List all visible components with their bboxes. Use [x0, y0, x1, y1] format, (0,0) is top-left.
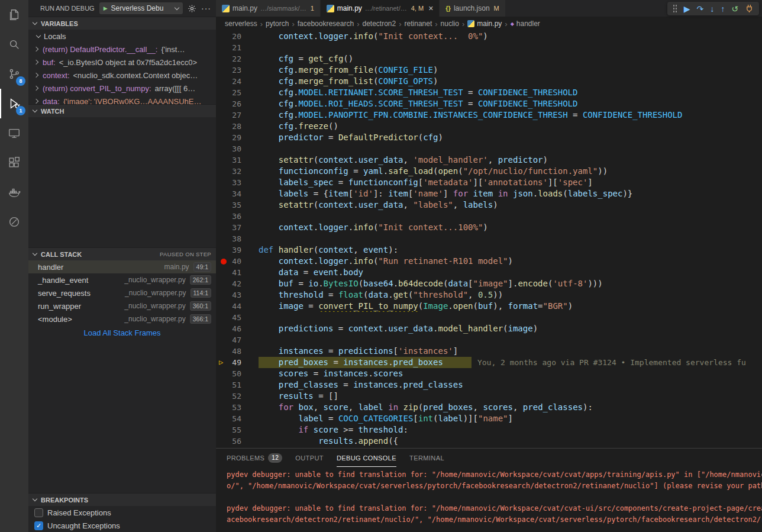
gutter[interactable]: 21 [216, 42, 259, 53]
restart-icon[interactable]: ↺ [731, 4, 738, 14]
breadcrumb-item[interactable]: ◆handler [511, 20, 540, 28]
variables-section-header[interactable]: VARIABLES [28, 17, 216, 30]
variable-row[interactable]: data:{'image': 'iVBORw0KG…AAAANSUhE… [28, 95, 216, 104]
code-line[interactable]: 27 cfg.MODEL.PANOPTIC_FPN.COMBINE.INSTAN… [216, 109, 762, 121]
variable-row[interactable]: context:<nuclio_sdk.context.Context obje… [28, 69, 216, 82]
code-line[interactable]: 51 pred_classes = instances.pred_classes [216, 379, 762, 391]
debug-settings-gear-icon[interactable] [188, 4, 196, 13]
code-line[interactable]: 43 threshold = float(data.get("threshold… [216, 289, 762, 301]
breadcrumb-item[interactable]: pytorch [266, 20, 289, 28]
code-line[interactable]: 47 [216, 334, 762, 346]
gutter[interactable]: 56 [216, 436, 259, 447]
gutter[interactable]: 36 [216, 211, 259, 222]
gutter[interactable]: 30 [216, 143, 259, 154]
code-line[interactable]: 20 context.logger.info("Init context... … [216, 31, 762, 42]
drag-grip-icon[interactable] [673, 4, 677, 13]
gutter[interactable]: 22 [216, 53, 259, 65]
circle-extension-icon[interactable] [0, 207, 28, 237]
gutter[interactable]: 55 [216, 424, 259, 436]
breadcrumb-item[interactable]: main.py [467, 20, 502, 28]
start-debug-icon[interactable]: ▶ [104, 5, 108, 11]
callstack-section-header[interactable]: CALL STACK PAUSED ON STEP [28, 247, 216, 260]
gutter[interactable]: 25 [216, 87, 259, 98]
gutter[interactable]: 37 [216, 222, 259, 233]
step-out-icon[interactable]: ↑ [721, 4, 725, 14]
editor-tab[interactable]: main.py…/retinanet/…4, M× [321, 0, 440, 17]
code-line[interactable]: ▷49 pred_boxes = instances.pred_boxesYou… [216, 357, 762, 368]
code-line[interactable]: 53 for box, score, label in zip(pred_box… [216, 402, 762, 413]
checkbox[interactable]: ✓ [34, 521, 43, 530]
checkbox[interactable] [34, 508, 43, 517]
code-line[interactable]: 26 cfg.MODEL.ROI_HEADS.SCORE_THRESH_TEST… [216, 98, 762, 109]
breakpoint-icon[interactable] [221, 259, 227, 265]
code-line[interactable]: 56 results.append({ [216, 436, 762, 447]
code-line[interactable]: 44 image = convert_PIL_to_numpy(Image.op… [216, 301, 762, 312]
breadcrumb-item[interactable]: retinanet [405, 20, 432, 28]
code-line[interactable]: 29 predictor = DefaultPredictor(cfg) [216, 132, 762, 143]
stack-frame[interactable]: <module>_nuclio_wrapper.py366:1 [28, 312, 216, 325]
code-line[interactable]: 46 predictions = context.user_data.model… [216, 323, 762, 334]
breadcrumb-item[interactable]: serverless [225, 20, 257, 28]
code-line[interactable]: 23 cfg.merge_from_file(CONFIG_FILE) [216, 65, 762, 76]
editor-tab[interactable]: main.py…/siammask/…1 [216, 0, 321, 17]
gutter[interactable]: 33 [216, 177, 259, 188]
code-line[interactable]: 21 [216, 42, 762, 53]
panel-tab-problems[interactable]: PROBLEMS12 [227, 449, 282, 467]
breakpoints-section-header[interactable]: BREAKPOINTS [28, 493, 216, 506]
gutter[interactable]: 26 [216, 98, 259, 109]
debug-config-dropdown[interactable]: ▶ Serverless Debu [99, 2, 183, 14]
gutter[interactable]: 53 [216, 402, 259, 413]
code-line[interactable]: 41 data = event.body [216, 267, 762, 278]
disconnect-icon[interactable] [745, 4, 754, 13]
breadcrumb-item[interactable]: detectron2 [362, 20, 396, 28]
gutter[interactable]: 29 [216, 132, 259, 143]
code-line[interactable]: 32 functionconfig = yaml.safe_load(open(… [216, 166, 762, 177]
gutter[interactable]: 40 [216, 256, 259, 267]
variables-scope-locals[interactable]: Locals [28, 30, 216, 43]
gutter[interactable]: 32 [216, 166, 259, 177]
gutter[interactable]: 54 [216, 413, 259, 424]
gutter[interactable]: 42 [216, 278, 259, 289]
variable-row[interactable]: (return) convert_PIL_to_numpy:array([[[ … [28, 82, 216, 95]
stack-frame[interactable]: _handle_event_nuclio_wrapper.py262:1 [28, 273, 216, 286]
gutter[interactable]: 46 [216, 323, 259, 334]
gutter[interactable]: 35 [216, 199, 259, 211]
run-and-debug-icon[interactable]: 1 [0, 89, 28, 118]
code-line[interactable]: 40 context.logger.info("Run retinanet-R1… [216, 256, 762, 267]
code-line[interactable]: 28 cfg.freeze() [216, 121, 762, 132]
code-line[interactable]: 39def handler(context, event): [216, 244, 762, 256]
code-line[interactable]: 55 if score >= threshold: [216, 424, 762, 436]
gutter[interactable]: 41 [216, 267, 259, 278]
docker-icon[interactable] [0, 178, 28, 207]
close-icon[interactable]: × [428, 5, 433, 12]
continue-icon[interactable]: ▶ [684, 4, 690, 14]
code-line[interactable]: 50 scores = instances.scores [216, 368, 762, 379]
remote-explorer-icon[interactable] [0, 118, 28, 148]
variable-row[interactable]: buf:<_io.BytesIO object at 0x7f5a2dc1ecc… [28, 56, 216, 69]
gutter[interactable]: 24 [216, 76, 259, 87]
debug-console[interactable]: pydev debugger: unable to find translati… [216, 467, 762, 532]
code-line[interactable]: 36 [216, 211, 762, 222]
code-line[interactable]: 42 buf = io.BytesIO(base64.b64decode(dat… [216, 278, 762, 289]
panel-tab-output[interactable]: OUTPUT [295, 449, 324, 467]
gutter[interactable]: 50 [216, 368, 259, 379]
more-actions-icon[interactable]: ··· [201, 4, 211, 13]
gutter[interactable]: 44 [216, 301, 259, 312]
variable-row[interactable]: (return) DefaultPredictor.__call__:{'ins… [28, 43, 216, 56]
gutter[interactable]: 48 [216, 346, 259, 357]
gutter[interactable]: 47 [216, 334, 259, 346]
step-into-icon[interactable]: ↓ [710, 4, 714, 14]
breakpoint-row[interactable]: ✓Uncaught Exceptions [28, 519, 216, 532]
panel-tab-debug-console[interactable]: DEBUG CONSOLE [337, 449, 396, 467]
explorer-icon[interactable] [0, 0, 28, 30]
stack-frame[interactable]: serve_requests_nuclio_wrapper.py114:1 [28, 286, 216, 299]
code-line[interactable]: 38 [216, 233, 762, 244]
watch-section-header[interactable]: WATCH [28, 104, 216, 117]
gutter[interactable]: 38 [216, 233, 259, 244]
panel-tab-terminal[interactable]: TERMINAL [409, 449, 444, 467]
code-line[interactable]: 37 context.logger.info("Init context...1… [216, 222, 762, 233]
stack-frame[interactable]: run_wrapper_nuclio_wrapper.py360:1 [28, 299, 216, 312]
code-line[interactable]: 25 cfg.MODEL.RETINANET.SCORE_THRESH_TEST… [216, 87, 762, 98]
gutter[interactable]: 31 [216, 154, 259, 166]
step-over-icon[interactable]: ↷ [697, 4, 704, 14]
